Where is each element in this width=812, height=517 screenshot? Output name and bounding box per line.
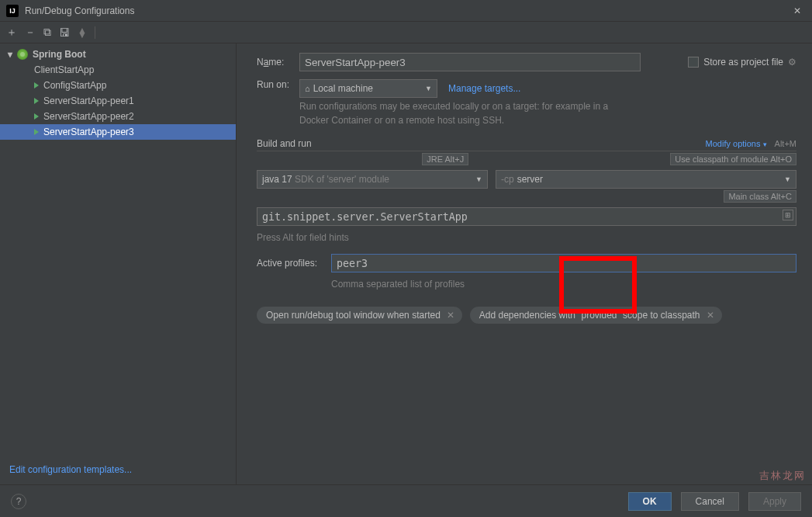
main-hint-badge: Main class Alt+C xyxy=(724,190,796,203)
chevron-down-icon: ▼ xyxy=(784,175,791,183)
home-icon: ⌂ xyxy=(305,84,310,93)
modify-options-link[interactable]: Modify options ▾ xyxy=(706,139,767,148)
group-label: Spring Boot xyxy=(33,49,86,60)
cp-value: server xyxy=(517,174,543,185)
cp-prefix: -cp xyxy=(501,174,514,185)
close-icon[interactable]: ✕ xyxy=(789,4,806,18)
cancel-button[interactable]: Cancel xyxy=(681,492,739,511)
expand-icon[interactable]: ⊞ xyxy=(783,210,793,220)
build-run-header: Build and run Modify options ▾ Alt+M xyxy=(257,138,796,151)
manage-targets-link[interactable]: Manage targets... xyxy=(448,83,520,94)
tree-group-spring[interactable]: ▾ Spring Boot xyxy=(0,47,236,62)
chevron-down-icon: ▼ xyxy=(425,85,432,92)
item-label: ServerStartApp-peer1 xyxy=(43,95,134,106)
name-label: Name: xyxy=(257,57,299,68)
run-icon xyxy=(34,82,39,88)
tree-item-peer1[interactable]: ServerStartApp-peer1 xyxy=(0,93,236,109)
cp-hint-badge: Use classpath of module Alt+O xyxy=(670,153,796,165)
window-title: Run/Debug Configurations xyxy=(25,5,789,16)
item-label: ClientStartApp xyxy=(34,64,94,75)
chevron-down-icon: ▼ xyxy=(475,175,482,183)
runon-label: Run on: xyxy=(257,79,299,90)
ok-button[interactable]: OK xyxy=(628,492,672,511)
title-bar: IJ Run/Debug Configurations ✕ xyxy=(0,0,812,22)
active-profiles-hint: Comma separated list of profiles xyxy=(331,277,796,291)
chip-open-tool-window[interactable]: Open run/debug tool window when started … xyxy=(257,307,462,324)
field-hints: Press Alt for field hints xyxy=(257,232,796,243)
chip-label: Open run/debug tool window when started xyxy=(266,310,441,321)
chip-provided-scope[interactable]: Add dependencies with "provided" scope t… xyxy=(470,307,722,324)
spring-icon xyxy=(17,49,28,60)
tree-item-config[interactable]: ConfigStartApp xyxy=(0,78,236,93)
move-updown[interactable]: ▲▼ xyxy=(78,28,87,37)
main-panel: Name: Store as project file ⚙ Run on: ⌂ … xyxy=(237,43,812,484)
classpath-select[interactable]: -cp server ▼ xyxy=(496,170,796,189)
tree-item-peer2[interactable]: ServerStartApp-peer2 xyxy=(0,109,236,124)
item-label: ServerStartApp-peer3 xyxy=(43,127,134,137)
tree-item-client[interactable]: ClientStartApp xyxy=(0,62,236,78)
runon-value: Local machine xyxy=(313,83,373,94)
add-button[interactable]: ＋ xyxy=(6,26,17,40)
app-icon: IJ xyxy=(6,5,19,17)
close-icon[interactable]: ✕ xyxy=(447,310,454,321)
run-icon xyxy=(34,113,39,120)
item-label: ServerStartApp-peer2 xyxy=(43,111,134,122)
runon-hint: Run configurations may be executed local… xyxy=(299,99,610,127)
tree-item-peer3[interactable]: ServerStartApp-peer3 xyxy=(0,124,236,140)
config-tree: ▾ Spring Boot ClientStartApp ConfigStart… xyxy=(0,43,237,484)
remove-button[interactable]: － xyxy=(25,26,36,40)
run-icon xyxy=(34,98,39,104)
jre-hint-badge: JRE Alt+J xyxy=(422,153,468,165)
store-label: Store as project file xyxy=(703,57,783,68)
shortcut-hint: Alt+M xyxy=(775,139,796,148)
section-title: Build and run xyxy=(257,138,312,149)
dialog-footer: ? OK Cancel Apply xyxy=(0,484,812,517)
apply-button[interactable]: Apply xyxy=(748,492,801,511)
runon-select[interactable]: ⌂ Local machine ▼ xyxy=(299,79,437,98)
caret-down-icon: ▾ xyxy=(6,49,14,60)
edit-templates-link[interactable]: Edit configuration templates... xyxy=(9,464,132,475)
separator xyxy=(95,26,95,39)
active-profiles-input[interactable] xyxy=(331,254,796,272)
active-profiles-label: Active profiles: xyxy=(257,258,331,269)
help-button[interactable]: ? xyxy=(11,494,26,509)
main-class-input[interactable] xyxy=(257,207,796,226)
name-input[interactable] xyxy=(299,53,641,71)
save-button[interactable]: 🖫 xyxy=(59,26,70,39)
copy-button[interactable]: ⧉ xyxy=(43,26,51,39)
toolbar: ＋ － ⧉ 🖫 ▲▼ xyxy=(0,22,812,43)
item-label: ConfigStartApp xyxy=(43,80,106,91)
checkbox-icon[interactable] xyxy=(688,57,699,68)
sdk-select[interactable]: java 17 SDK of 'server' module ▼ xyxy=(257,170,488,189)
sdk-value-dim: SDK of 'server' module xyxy=(295,174,389,185)
store-as-project[interactable]: Store as project file ⚙ xyxy=(688,57,796,68)
sdk-value: java 17 xyxy=(262,174,292,185)
chip-label: Add dependencies with "provided" scope t… xyxy=(479,310,700,321)
close-icon[interactable]: ✕ xyxy=(707,310,714,321)
run-icon xyxy=(34,129,39,135)
gear-icon[interactable]: ⚙ xyxy=(788,57,796,68)
